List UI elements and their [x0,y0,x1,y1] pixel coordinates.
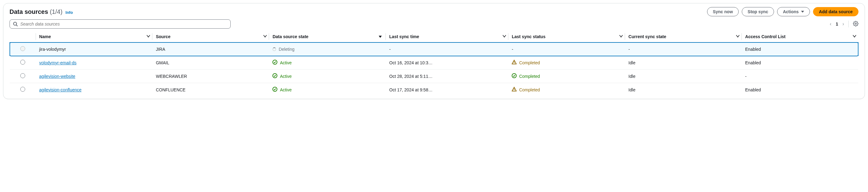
col-state-label: Data source state [273,34,308,39]
state-text: Active [280,60,291,65]
col-last-sync-time[interactable]: Last sync time [385,31,508,43]
state-text: Active [280,74,291,79]
table-row[interactable]: jira-volodymyrJIRADeleting---Enabled [10,43,858,56]
data-source-link[interactable]: volodymyr-email-ds [39,60,76,65]
data-source-link[interactable]: agilevision-confluence [39,87,82,92]
table-row[interactable]: volodymyr-email-dsGMAILActiveOct 16, 202… [10,56,858,70]
actions-button[interactable]: Actions [777,7,810,16]
col-current-sync-state[interactable]: Current sync state [625,31,741,43]
col-source-label: Source [156,34,170,39]
cell-name[interactable]: agilevision-confluence [36,83,152,97]
cell-name[interactable]: volodymyr-email-ds [36,56,152,70]
title-group: Data sources (1/4) Info [9,8,73,16]
radio-icon[interactable] [20,87,25,92]
cell-last-sync-status: Completed [508,56,625,70]
warning-icon [512,60,517,65]
actions-label: Actions [783,9,799,14]
gear-icon[interactable] [853,21,859,27]
sort-icon [618,35,621,38]
cell-source: CONFLUENCE [152,83,269,97]
sort-icon [379,36,382,38]
warning-icon [512,87,517,92]
check-circle-icon [273,60,277,65]
search-row: ‹ 1 › [9,19,859,29]
table-row[interactable]: agilevision-confluenceCONFLUENCEActiveOc… [10,83,858,97]
cell-name[interactable]: agilevision-website [36,70,152,83]
svg-point-2 [855,23,857,24]
title-count: (1/4) [50,8,62,15]
title-text: Data sources [9,8,48,15]
cell-last-sync-status: - [508,43,625,56]
col-name[interactable]: Name [36,31,152,43]
row-select-cell[interactable] [10,70,36,83]
cell-acl: Enabled [741,83,858,97]
search-icon [13,22,18,26]
panel-title: Data sources (1/4) [9,8,62,16]
sort-icon [145,35,148,38]
panel-header: Data sources (1/4) Info Sync now Stop sy… [9,7,859,16]
cell-last-sync-time: - [385,43,508,56]
col-acl-label: Access Control List [745,34,785,39]
cell-source: JIRA [152,43,269,56]
cell-state: Active [269,56,385,70]
col-select [10,31,36,43]
col-time-label: Last sync time [389,34,419,39]
col-state[interactable]: Data source state [269,31,385,43]
stop-sync-button[interactable]: Stop sync [742,7,774,16]
check-circle-icon [273,73,277,79]
info-link[interactable]: Info [65,10,73,15]
add-label: Add data source [819,9,852,14]
check-circle-icon [512,73,517,79]
cell-state: Deleting [269,43,385,56]
col-source[interactable]: Source [152,31,269,43]
sort-icon [851,35,855,38]
cell-last-sync-time: Oct 16, 2024 at 10:3… [385,56,508,70]
table-body: jira-volodymyrJIRADeleting---Enabledvolo… [10,43,858,97]
divider [848,21,849,27]
cell-state: Active [269,70,385,83]
search-input[interactable] [20,22,227,26]
sync-now-button[interactable]: Sync now [707,7,739,16]
svg-line-1 [16,25,18,26]
cell-last-sync-status: Completed [508,83,625,97]
col-status-label: Last sync status [512,34,546,39]
col-last-sync-status[interactable]: Last sync status [508,31,625,43]
data-sources-panel: Data sources (1/4) Info Sync now Stop sy… [3,3,865,99]
sync-now-label: Sync now [713,9,733,14]
data-source-link[interactable]: agilevision-website [39,74,75,79]
cell-acl: - [741,70,858,83]
row-select-cell[interactable] [10,83,36,97]
search-box[interactable] [9,19,231,29]
cell-current-sync-state: - [625,43,741,56]
status-text: Completed [519,74,540,79]
radio-icon[interactable] [20,73,25,78]
svg-point-0 [13,22,17,25]
sort-icon [262,35,265,38]
cell-name: jira-volodymyr [36,43,152,56]
cell-last-sync-status: Completed [508,70,625,83]
prev-page-icon[interactable]: ‹ [830,21,832,27]
cell-source: WEBCRAWLER [152,70,269,83]
row-select-cell[interactable] [10,56,36,70]
page-number: 1 [836,22,838,26]
sort-icon [501,35,504,38]
col-acl[interactable]: Access Control List [741,31,858,43]
table-row[interactable]: agilevision-websiteWEBCRAWLERActiveOct 2… [10,70,858,83]
status-text: Completed [519,87,540,92]
cell-acl: Enabled [741,56,858,70]
cell-current-sync-state: Idle [625,56,741,70]
row-select-cell [10,43,36,56]
chevron-down-icon [801,11,804,12]
sort-icon [735,35,738,38]
check-circle-icon [273,87,277,92]
radio-icon[interactable] [20,60,25,64]
radio-icon [20,46,25,51]
next-page-icon[interactable]: › [842,21,844,27]
status-text: Completed [519,60,540,65]
add-data-source-button[interactable]: Add data source [813,7,859,16]
col-name-label: Name [39,34,51,39]
cell-current-sync-state: Idle [625,70,741,83]
cell-state: Active [269,83,385,97]
table-header-row: Name Source Data source state Last sync … [10,31,858,43]
stop-sync-label: Stop sync [748,9,768,14]
